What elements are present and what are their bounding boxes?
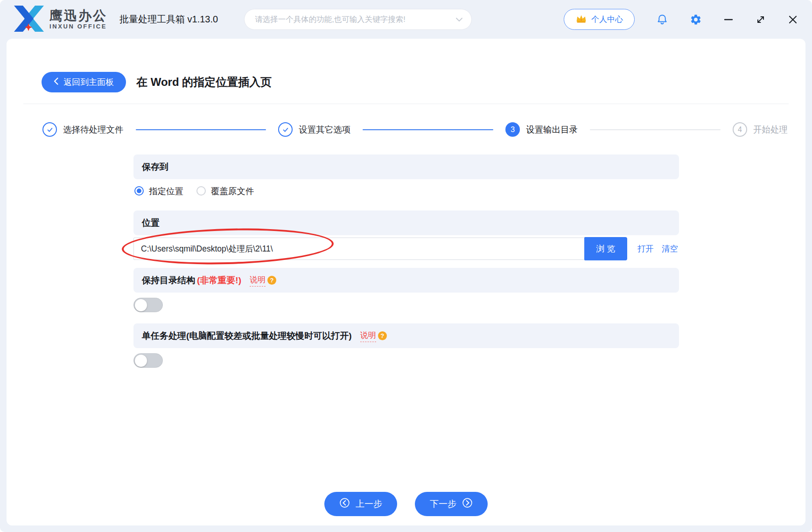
step-start-processing: 4 开始处理 (733, 122, 788, 137)
path-links: 打开 清空 (637, 243, 678, 254)
brand-name-en: INXUN OFFICE (49, 23, 107, 30)
keep-structure-help-link[interactable]: 说明 ? (250, 274, 276, 287)
question-mark-icon: ? (267, 276, 276, 285)
next-step-label: 下一步 (430, 498, 456, 510)
page-header: 返回到主面板 在 Word 的指定位置插入页 (42, 72, 789, 92)
question-mark-icon: ? (378, 331, 387, 340)
search-placeholder: 请选择一个具体的功能,也可输入关键字搜索! (255, 14, 455, 25)
wizard-footer: 上一步 下一步 (7, 492, 805, 516)
radio-unselected-icon[interactable] (196, 186, 206, 196)
step-select-files: 选择待处理文件 (42, 122, 124, 137)
user-center-button[interactable]: 个人中心 (564, 9, 635, 30)
brand-name-cn: 鹰迅办公 (49, 9, 107, 22)
step-connector (363, 129, 493, 130)
single-task-toggle-off[interactable] (133, 353, 163, 368)
help-link-label: 说明 (360, 330, 376, 342)
clear-path-link[interactable]: 清空 (662, 243, 678, 254)
function-search-input[interactable]: 请选择一个具体的功能,也可输入关键字搜索! (244, 9, 472, 30)
single-task-help-link[interactable]: 说明 ? (360, 330, 387, 342)
previous-step-label: 上一步 (356, 498, 382, 510)
minimize-button[interactable] (723, 14, 734, 25)
save-to-section-header: 保存到 (133, 154, 679, 179)
notifications-bell-icon[interactable] (656, 14, 668, 26)
help-link-label: 说明 (250, 274, 266, 287)
brand-text: 鹰迅办公 INXUN OFFICE (49, 9, 107, 30)
topbar-actions: 个人中心 (564, 9, 798, 30)
page-title: 在 Word 的指定位置插入页 (136, 75, 272, 90)
topbar: 鹰迅办公 INXUN OFFICE 批量处理工具箱 v1.13.0 请选择一个具… (0, 0, 812, 39)
close-button[interactable] (788, 14, 798, 25)
step-output-directory: 3 设置输出目录 (505, 122, 578, 137)
logo-x-icon (14, 6, 44, 34)
circle-arrow-left-icon (339, 497, 350, 511)
keep-structure-title: 保持目录结构 (142, 274, 195, 287)
previous-step-button[interactable]: 上一步 (324, 492, 397, 516)
toggle-knob (135, 355, 147, 367)
keep-structure-warning: (非常重要!) (197, 274, 241, 287)
settings-gear-icon[interactable] (690, 14, 702, 26)
save-to-options: 指定位置 覆盖原文件 (133, 184, 679, 197)
app-logo: 鹰迅办公 INXUN OFFICE (14, 6, 107, 34)
step-done-check-icon (42, 122, 57, 137)
step-other-options: 设置其它选项 (278, 122, 350, 137)
back-button-label: 返回到主面板 (63, 77, 114, 88)
keep-structure-section-header: 保持目录结构 (非常重要!) 说明 ? (133, 268, 679, 293)
step-connector (136, 129, 266, 130)
location-title: 位置 (142, 217, 160, 229)
user-center-label: 个人中心 (591, 14, 623, 25)
chevron-left-icon (54, 77, 58, 87)
back-to-dashboard-button[interactable]: 返回到主面板 (42, 72, 126, 92)
crown-icon (575, 14, 587, 26)
app-window: 鹰迅办公 INXUN OFFICE 批量处理工具箱 v1.13.0 请选择一个具… (0, 0, 812, 532)
step-indicator: 选择待处理文件 设置其它选项 3 设置输出目录 4 开始处理 (42, 122, 788, 137)
location-input-row: 浏 览 打开 清空 (133, 237, 679, 260)
radio-specified-location[interactable]: 指定位置 (134, 185, 183, 197)
form-sections: 保存到 指定位置 覆盖原文件 位置 浏 览 打开 (133, 154, 679, 368)
single-task-title: 单任务处理(电脑配置较差或批量处理较慢时可以打开) (142, 330, 352, 342)
output-path-input[interactable] (133, 238, 585, 260)
radio-label: 覆盖原文件 (211, 185, 254, 197)
step-done-check-icon (278, 122, 293, 137)
step-label: 设置其它选项 (299, 124, 350, 135)
app-title: 批量处理工具箱 v1.13.0 (119, 13, 218, 26)
maximize-button[interactable] (755, 14, 766, 25)
radio-overwrite-original[interactable]: 覆盖原文件 (196, 185, 254, 197)
browse-button[interactable]: 浏 览 (584, 237, 627, 260)
toggle-knob (135, 299, 147, 311)
step-connector (590, 129, 721, 130)
next-step-button[interactable]: 下一步 (415, 492, 488, 516)
main-card: 返回到主面板 在 Word 的指定位置插入页 选择待处理文件 设置其它选项 (7, 39, 805, 525)
radio-selected-icon[interactable] (134, 186, 144, 196)
chevron-down-icon[interactable] (455, 15, 463, 24)
radio-label: 指定位置 (149, 185, 183, 197)
step-label: 选择待处理文件 (63, 124, 124, 135)
header-divider (23, 104, 789, 104)
step-label: 设置输出目录 (526, 124, 578, 135)
keep-structure-toggle-off[interactable] (133, 298, 163, 312)
step-number-badge: 4 (733, 122, 747, 137)
save-to-title: 保存到 (142, 161, 168, 173)
step-label: 开始处理 (753, 124, 788, 135)
location-section-header: 位置 (133, 210, 679, 235)
circle-arrow-right-icon (462, 497, 473, 511)
single-task-section-header: 单任务处理(电脑配置较差或批量处理较慢时可以打开) 说明 ? (133, 323, 679, 348)
step-number-badge: 3 (505, 122, 520, 137)
open-folder-link[interactable]: 打开 (637, 243, 654, 254)
